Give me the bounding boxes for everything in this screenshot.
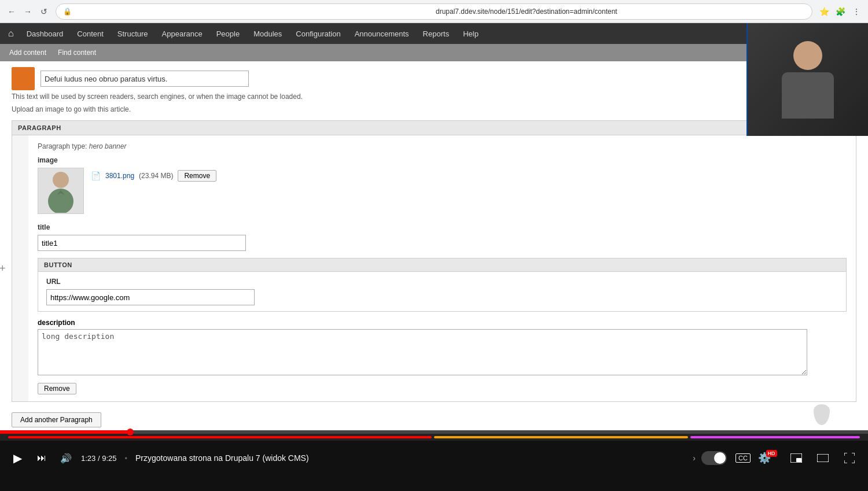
- find-content-link[interactable]: Find content: [53, 47, 101, 58]
- video-title: Przygotowana strona na Drupalu 7 (widok …: [135, 453, 687, 463]
- toolbar-item-appearance[interactable]: Appearance: [155, 23, 209, 44]
- add-paragraph-button[interactable]: Add another Paragraph: [12, 412, 101, 427]
- paragraph-type-value: hero banner: [89, 142, 127, 150]
- browser-chrome: ← → ↺ 🔒 drupal7.ddev.site/node/151/edit?…: [0, 0, 868, 23]
- chapter-3[interactable]: [690, 436, 860, 438]
- controls-row: ▶ ⏭ 🔊 1:23 / 9:25 • Przygotowana strona …: [0, 441, 868, 475]
- file-size: (23.94 MB): [139, 172, 173, 180]
- menu-button[interactable]: ⋮: [849, 5, 863, 19]
- remove-paragraph-button[interactable]: Remove: [38, 383, 76, 394]
- button-nested-section: BUTTON URL: [38, 258, 847, 312]
- remove-image-button[interactable]: Remove: [178, 170, 216, 182]
- speed-toggle-dot: [714, 452, 726, 464]
- person-silhouette: [782, 41, 834, 119]
- description-section: description long description: [38, 319, 847, 377]
- volume-button[interactable]: 🔊: [57, 449, 75, 467]
- forward-button[interactable]: →: [21, 5, 35, 19]
- toolbar-item-announcements[interactable]: Announcements: [348, 23, 416, 44]
- image-info: 📄 3801.png (23.94 MB) Remove: [91, 170, 216, 182]
- upload-hint: Upload an image to go with this article.: [12, 105, 856, 113]
- fullscreen-button[interactable]: [839, 448, 860, 468]
- file-icon: 📄: [91, 171, 101, 180]
- svg-rect-6: [817, 454, 829, 462]
- svg-rect-2: [51, 193, 71, 204]
- person-body: [782, 72, 834, 119]
- title-separator: •: [124, 454, 127, 463]
- person-svg: [41, 169, 81, 213]
- hd-badge: HD: [766, 450, 777, 457]
- video-overlay: [746, 23, 868, 136]
- image-label: image: [38, 156, 847, 164]
- skip-button[interactable]: ⏭: [32, 449, 51, 467]
- address-bar[interactable]: 🔒 drupal7.ddev.site/node/151/edit?destin…: [56, 3, 812, 20]
- extensions-button[interactable]: 🧩: [833, 5, 847, 19]
- toolbar-home[interactable]: ⌂: [2, 28, 20, 39]
- admin-toolbar: ⌂ Dashboard Content Structure Appearance…: [0, 23, 868, 44]
- progress-bar-thumb: [127, 429, 134, 435]
- toolbar-item-structure[interactable]: Structure: [111, 23, 155, 44]
- svg-rect-5: [796, 458, 801, 462]
- file-link[interactable]: 3801.png: [105, 172, 134, 180]
- video-title-arrow: ›: [693, 453, 696, 463]
- watermark-drop: [814, 404, 830, 425]
- miniplayer-icon: [790, 453, 802, 463]
- toolbar-item-people[interactable]: People: [209, 23, 247, 44]
- theater-button[interactable]: [812, 448, 833, 468]
- video-controls: ▶ ⏭ 🔊 1:23 / 9:25 • Przygotowana strona …: [0, 430, 868, 491]
- progress-bar-fill: [0, 430, 130, 434]
- url-input[interactable]: [46, 289, 255, 305]
- title-field: title: [38, 223, 847, 251]
- url-field: URL: [46, 278, 838, 305]
- back-button[interactable]: ←: [5, 5, 19, 19]
- bookmark-button[interactable]: ⭐: [817, 5, 831, 19]
- toolbar-item-content[interactable]: Content: [70, 23, 111, 44]
- alt-text-hint: This text will be used by screen readers…: [12, 93, 856, 101]
- toolbar-items: Dashboard Content Structure Appearance P…: [20, 23, 486, 44]
- speed-toggle[interactable]: [701, 451, 727, 465]
- title-input[interactable]: [38, 235, 246, 251]
- video-person: [748, 23, 868, 136]
- refresh-button[interactable]: ↺: [37, 5, 51, 19]
- theater-icon: [817, 454, 829, 462]
- watermark-icon: [810, 404, 833, 427]
- button-section-header: BUTTON: [38, 259, 846, 272]
- add-content-link[interactable]: Add content: [5, 47, 51, 58]
- url-label: URL: [46, 278, 838, 286]
- toolbar-item-dashboard[interactable]: Dashboard: [20, 23, 71, 44]
- description-label: description: [38, 319, 847, 327]
- paragraph-section-header: PARAGRAPH: [12, 121, 856, 135]
- main-content: This text will be used by screen readers…: [0, 61, 868, 430]
- alt-text-section: This text will be used by screen readers…: [12, 67, 856, 113]
- toolbar-item-help[interactable]: Help: [456, 23, 486, 44]
- secondary-toolbar: Add content Find content: [0, 44, 868, 61]
- cc-button[interactable]: CC: [733, 448, 753, 468]
- button-section-body: URL: [38, 272, 846, 311]
- browser-nav-buttons: ← → ↺: [5, 5, 51, 19]
- svg-point-0: [53, 172, 69, 188]
- progress-bar-container[interactable]: [0, 430, 868, 434]
- paragraph-type: Paragraph type: hero banner: [38, 142, 847, 150]
- browser-actions: ⭐ 🧩 ⋮: [817, 5, 863, 19]
- settings-button[interactable]: ⚙️ HD: [759, 448, 780, 468]
- url-text: drupal7.ddev.site/node/151/edit?destinat…: [436, 8, 805, 16]
- person-head: [793, 41, 822, 70]
- time-display: 1:23 / 9:25: [81, 454, 116, 463]
- miniplayer-button[interactable]: [786, 448, 807, 468]
- title-label: title: [38, 223, 847, 231]
- image-preview: [38, 168, 84, 214]
- toolbar-item-modules[interactable]: Modules: [247, 23, 289, 44]
- description-textarea[interactable]: long description: [38, 329, 807, 375]
- fullscreen-icon: [844, 453, 855, 463]
- chapter-2[interactable]: [434, 436, 688, 438]
- paragraph-body: Paragraph type: hero banner image: [28, 135, 856, 401]
- toolbar-item-reports[interactable]: Reports: [416, 23, 457, 44]
- toolbar-item-configuration[interactable]: Configuration: [289, 23, 347, 44]
- chapter-1[interactable]: [8, 436, 432, 438]
- alt-text-input[interactable]: [41, 71, 249, 87]
- paragraph-wrapper: + Paragraph type: hero banner image: [12, 135, 856, 401]
- play-button[interactable]: ▶: [8, 449, 27, 467]
- add-cross-icon[interactable]: +: [0, 263, 6, 275]
- speed-toggle-container[interactable]: [701, 451, 727, 465]
- paragraph-section: PARAGRAPH + Paragraph type: hero banner …: [12, 120, 856, 402]
- image-field: 📄 3801.png (23.94 MB) Remove: [38, 168, 847, 214]
